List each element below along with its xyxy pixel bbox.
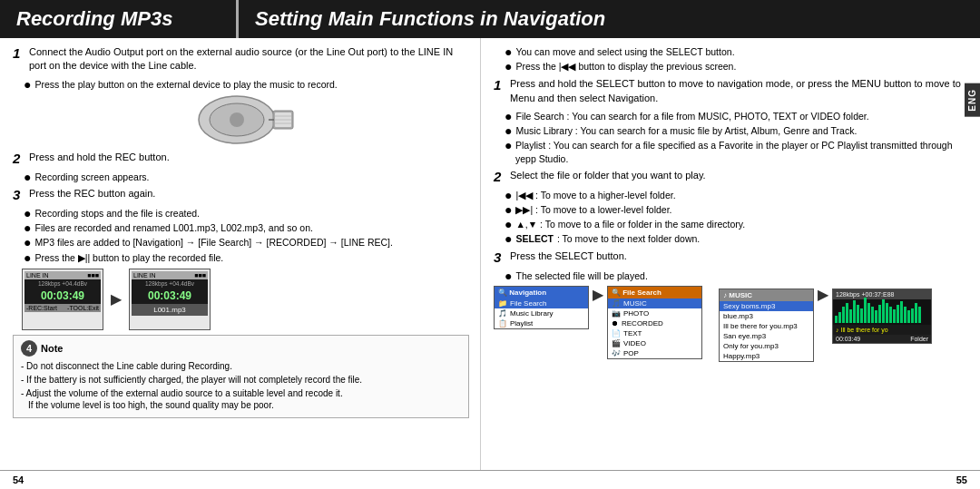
page-footer: 54 55 bbox=[0, 470, 980, 489]
bullet-item: ● Press the ▶|| button to play the recor… bbox=[24, 251, 469, 264]
device-svg bbox=[187, 94, 296, 147]
fs-item-pop: 🎶 POP bbox=[608, 348, 701, 358]
waveform-bar bbox=[849, 309, 852, 323]
bullet-text: Music Library : You can search for a mus… bbox=[515, 124, 857, 137]
right-step-1-number: 1 bbox=[494, 77, 506, 93]
eng-tab: ENG bbox=[965, 83, 980, 117]
fs-item-video: 🎬 VIDEO bbox=[608, 338, 701, 348]
arrow-right-icon-3: ▶ bbox=[818, 286, 828, 303]
player-label: Folder bbox=[910, 336, 928, 342]
fs-icon: 📄 bbox=[612, 329, 621, 337]
note-title: 4 Note bbox=[21, 340, 461, 357]
screen-filename: L001.mp3 bbox=[132, 304, 208, 316]
bullet-text: File Search : You can search for a file … bbox=[515, 110, 868, 122]
bullet-text: Recording stops and the file is created. bbox=[34, 207, 200, 220]
left-title: Recording MP3s bbox=[0, 0, 236, 38]
file-search-icon: 🔍 bbox=[612, 289, 622, 297]
nav-item-playlist: 📋 Playlist bbox=[495, 318, 588, 328]
bullet-item: ● Recording stops and the file is create… bbox=[24, 207, 469, 220]
note-icon: 4 bbox=[21, 340, 37, 357]
bullet-item: ● Music Library : You can search for a m… bbox=[505, 124, 969, 137]
bullet-dot: ● bbox=[24, 236, 31, 249]
screen-indicator-1: ■■■ bbox=[87, 272, 99, 279]
fs-item-text: 📄 TEXT bbox=[608, 328, 701, 338]
screen-bitrate-1: 128kbps +04.4dBv bbox=[24, 279, 101, 288]
music-item-5: Happy.mp3 bbox=[720, 351, 813, 361]
bullet-text: ▲,▼ : To move to a file or folder in the… bbox=[515, 218, 745, 230]
step-3-text: Press the REC button again. bbox=[29, 187, 155, 200]
fs-icon: 🎶 bbox=[612, 349, 621, 357]
page-number-left: 54 bbox=[13, 474, 24, 485]
player-waveform bbox=[833, 299, 931, 325]
right-step-2-bullets: ● |◀◀ : To move to a higher-level folder… bbox=[505, 189, 969, 246]
fs-icon: 🎵 bbox=[612, 299, 621, 308]
bullet-item: ● File Search : You can search for a fil… bbox=[505, 110, 969, 122]
waveform-bar bbox=[893, 309, 896, 323]
right-step-2: 2 Select the file or folder that you wan… bbox=[494, 169, 969, 184]
right-step-1-bullets: ● File Search : You can search for a fil… bbox=[505, 110, 969, 165]
screen-buttons-1: -REC:Start -TOOL:Exit bbox=[24, 304, 101, 312]
screen-mockups-row: LINE IN ■■■ 128kbps +04.4dBv 00:03:49 -R… bbox=[22, 269, 469, 330]
bullet-text-select: : To move to the next folder down. bbox=[557, 232, 700, 245]
nav-item-icon: 🎵 bbox=[498, 309, 507, 318]
step-1-number: 1 bbox=[13, 45, 25, 61]
waveform-bar bbox=[882, 299, 885, 323]
music-screen: ♪ MUSIC Sexy boms.mp3 blue.mp3 Ill be th… bbox=[719, 289, 814, 362]
bullet-text: Recording screen appears. bbox=[34, 171, 149, 183]
right-step-3-text: Press the SELECT button. bbox=[510, 249, 627, 263]
music-item-0: Sexy boms.mp3 bbox=[720, 301, 813, 311]
player-header: 128kbps +00:37:E88 bbox=[833, 289, 931, 299]
screen-mode-2: LINE IN bbox=[133, 272, 156, 279]
arrow-right-icon-2: ▶ bbox=[593, 286, 603, 303]
player-footer: 00:03:49 Folder bbox=[833, 335, 931, 343]
fs-item-music: 🎵 MUSIC bbox=[608, 298, 701, 308]
waveform-bar bbox=[878, 305, 881, 323]
fs-icon: ⏺ bbox=[612, 319, 619, 328]
top-bullets: ● You can move and select using the SELE… bbox=[505, 45, 969, 73]
step-2-text: Press and hold the REC button. bbox=[29, 151, 170, 164]
screen-header-2: LINE IN ■■■ bbox=[132, 271, 208, 279]
waveform-bar bbox=[918, 307, 921, 323]
waveform-bar bbox=[871, 307, 874, 323]
note-item-3-cont: If the volume level is too high, the sou… bbox=[28, 400, 274, 410]
bullet-text: Press the |◀◀ button to display the prev… bbox=[515, 60, 736, 73]
player-title: ♪ Ill be there for yo bbox=[833, 325, 931, 335]
waveform-bar bbox=[897, 305, 899, 323]
waveform-bar bbox=[904, 307, 906, 323]
bullet-dot: ● bbox=[505, 45, 512, 58]
bullet-text: |◀◀ : To move to a higher-level folder. bbox=[515, 189, 675, 201]
waveform-bar bbox=[911, 308, 914, 323]
waveform-bar bbox=[915, 303, 917, 323]
bullet-dot: ● bbox=[505, 60, 512, 73]
bullet-dot: ● bbox=[24, 251, 31, 264]
step-3-number: 3 bbox=[13, 187, 25, 202]
screen-header-1: LINE IN ■■■ bbox=[24, 271, 101, 279]
left-title-text: Recording MP3s bbox=[16, 7, 172, 31]
waveform-bar bbox=[857, 305, 859, 323]
waveform-bar bbox=[846, 303, 848, 323]
bullet-item: ● You can move and select using the SELE… bbox=[505, 45, 969, 58]
bullet-item: ● |◀◀ : To move to a higher-level folder… bbox=[505, 189, 969, 201]
right-step-2-number: 2 bbox=[494, 169, 506, 184]
waveform-bar bbox=[860, 308, 863, 323]
bullet-dot: ● bbox=[505, 203, 512, 216]
nav-screen-header: 🔍 Navigation bbox=[495, 287, 588, 298]
fs-icon: 🎬 bbox=[612, 339, 621, 347]
right-title-text: Setting Main Functions in Navigation bbox=[255, 7, 605, 31]
screens-col-right: 🔍 File Search 🎵 MUSIC 📷 PHOTO ⏺ RECORDED bbox=[607, 286, 702, 359]
waveform-bar bbox=[835, 316, 838, 323]
select-label: SELECT bbox=[515, 232, 553, 245]
svg-point-2 bbox=[230, 112, 244, 127]
screens-col-music: ♪ MUSIC Sexy boms.mp3 blue.mp3 Ill be th… bbox=[719, 286, 814, 362]
arrow-right-icon: ▶ bbox=[111, 290, 122, 308]
bullet-text: Files are recorded and renamed L001.mp3,… bbox=[34, 221, 312, 234]
nav-item-file-search: 📁 File Search bbox=[495, 298, 588, 308]
step-1: 1 Connect the Audio Output port on the e… bbox=[13, 45, 469, 73]
waveform-bar bbox=[867, 303, 870, 323]
waveform-bar bbox=[907, 310, 910, 323]
bullet-dot: ● bbox=[505, 232, 512, 245]
note-box: 4 Note - Do not disconnect the Line cabl… bbox=[13, 335, 469, 418]
right-step-1-text: Press and hold the SELECT button to move… bbox=[510, 77, 969, 105]
waveform-bar bbox=[864, 298, 867, 323]
step-2-bullets: ● Recording screen appears. bbox=[24, 171, 469, 183]
